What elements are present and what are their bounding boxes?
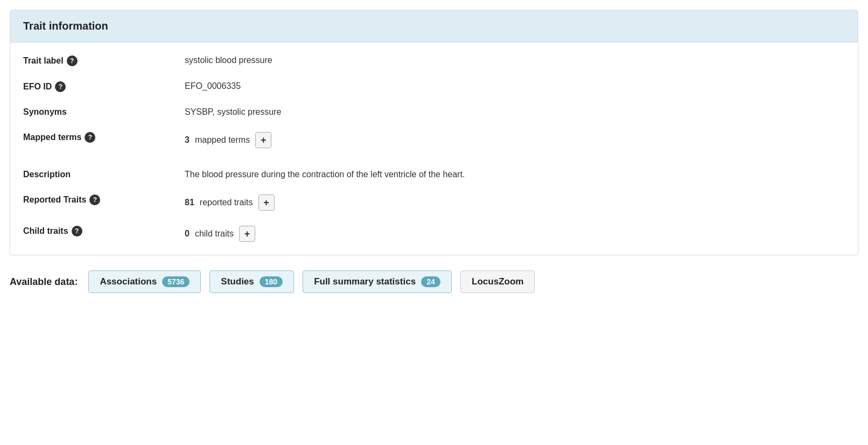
trait-label-row: Trait label ? systolic blood pressure [10, 48, 858, 74]
reported-traits-row: Reported Traits ? 81 reported traits + [10, 187, 858, 218]
reported-traits-label: reported traits [200, 198, 253, 207]
associations-button-label: Associations [100, 276, 157, 287]
synonyms-value: SYSBP, systolic pressure [185, 107, 281, 117]
trait-label-field: Trait label ? [23, 55, 185, 66]
child-traits-value: 0 child traits + [185, 226, 255, 242]
trait-card-body: Trait label ? systolic blood pressure EF… [10, 43, 858, 255]
efo-id-row: EFO ID ? EFO_0006335 [10, 74, 858, 100]
full-summary-statistics-badge: 24 [421, 276, 440, 287]
reported-traits-count: 81 [185, 198, 194, 207]
trait-card-title: Trait information [23, 20, 108, 32]
associations-badge: 5736 [162, 276, 190, 287]
child-traits-expand-button[interactable]: + [239, 226, 255, 242]
child-traits-label: child traits [195, 229, 234, 239]
spacer-1 [10, 156, 858, 162]
locuszoom-button[interactable]: LocusZoom [460, 270, 535, 293]
mapped-terms-help-icon[interactable]: ? [85, 132, 95, 143]
synonyms-field: Synonyms [23, 107, 185, 117]
description-field: Description [23, 170, 185, 179]
associations-button[interactable]: Associations 5736 [88, 270, 201, 293]
locuszoom-label: LocusZoom [472, 276, 523, 287]
studies-button-label: Studies [221, 276, 254, 287]
child-traits-field: Child traits ? [23, 226, 185, 237]
full-summary-statistics-label: Full summary statistics [314, 276, 416, 287]
trait-card-header: Trait information [10, 10, 858, 43]
description-row: Description The blood pressure during th… [10, 162, 858, 187]
child-traits-row: Child traits ? 0 child traits + [10, 218, 858, 249]
studies-badge: 180 [260, 276, 283, 287]
page-wrapper: Trait information Trait label ? systolic… [0, 0, 868, 445]
child-traits-count: 0 [185, 229, 190, 239]
reported-traits-value: 81 reported traits + [185, 194, 275, 211]
full-summary-statistics-button[interactable]: Full summary statistics 24 [303, 270, 452, 293]
mapped-terms-field: Mapped terms ? [23, 132, 185, 143]
child-traits-help-icon[interactable]: ? [72, 226, 82, 237]
reported-traits-expand-button[interactable]: + [258, 194, 275, 211]
mapped-terms-value: 3 mapped terms + [185, 132, 271, 148]
mapped-terms-count: 3 [185, 135, 190, 145]
synonyms-row: Synonyms SYSBP, systolic pressure [10, 100, 858, 124]
available-data-section: Available data: Associations 5736 Studie… [0, 255, 868, 303]
efo-id-value: EFO_0006335 [185, 81, 241, 91]
efo-id-field: EFO ID ? [23, 81, 185, 92]
efo-id-help-icon[interactable]: ? [55, 81, 66, 92]
mapped-terms-label: mapped terms [195, 135, 250, 145]
mapped-terms-expand-button[interactable]: + [255, 132, 271, 148]
trait-card: Trait information Trait label ? systolic… [10, 10, 858, 255]
trait-label-value: systolic blood pressure [185, 55, 272, 65]
available-data-label: Available data: [10, 276, 78, 288]
description-value: The blood pressure during the contractio… [185, 170, 465, 179]
reported-traits-help-icon[interactable]: ? [89, 194, 100, 205]
studies-button[interactable]: Studies 180 [209, 270, 294, 293]
reported-traits-field: Reported Traits ? [23, 194, 185, 205]
trait-label-help-icon[interactable]: ? [67, 55, 78, 66]
mapped-terms-row: Mapped terms ? 3 mapped terms + [10, 124, 858, 156]
